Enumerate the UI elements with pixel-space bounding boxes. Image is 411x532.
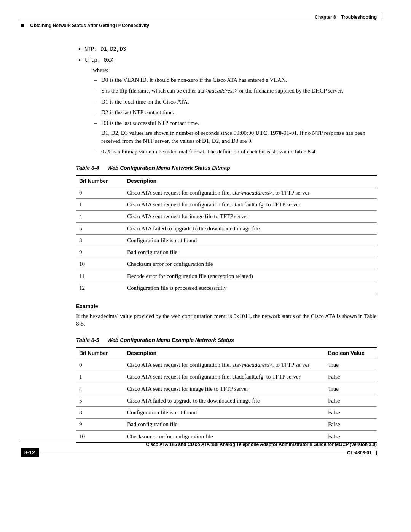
cell: Cisco ATA sent request for image file to… — [124, 211, 377, 222]
cell: Configuration file is not found — [124, 234, 377, 246]
list-item: D2 is the last NTP contact time. — [101, 109, 377, 116]
list-item: tftp: 0xX where: D0 is the VLAN ID. It s… — [84, 56, 377, 155]
table-row: 5Cisco ATA failed to upgrade to the down… — [76, 395, 377, 406]
list-item: 0xX is a bitmap value in hexadecimal for… — [101, 148, 377, 155]
cell: 1 — [76, 199, 124, 211]
list-item: S is the tftp filename, which can be eit… — [101, 87, 377, 94]
example-body: If the hexadecimal value provided by the… — [76, 312, 377, 328]
header-bar-icon — [381, 14, 381, 19]
table-row: 4Cisco ATA sent request for image file t… — [76, 211, 377, 222]
table-row: 5Cisco ATA failed to upgrade to the down… — [76, 222, 377, 234]
cell: 4 — [76, 383, 124, 395]
cell: 0 — [76, 359, 124, 371]
col-header: Boolean Value — [325, 347, 377, 359]
cell: 1 — [76, 371, 124, 383]
cell: 5 — [76, 222, 124, 234]
table-row: 9Bad configuration fileFalse — [76, 419, 377, 430]
cell: Cisco ATA sent request for image file to… — [124, 383, 325, 395]
note-text: D1, D2, D3 values are shown in number of… — [101, 129, 377, 145]
cell: True — [325, 383, 377, 395]
table-row: 0Cisco ATA sent request for configuratio… — [76, 187, 377, 198]
cell: 10 — [76, 258, 124, 270]
cell: 12 — [76, 282, 124, 294]
table-row: 10Checksum error for configuration fileF… — [76, 430, 377, 443]
footer-line — [41, 452, 377, 452]
cell: 9 — [76, 246, 124, 258]
cell: 11 — [76, 270, 124, 282]
table-row: 8Configuration file is not found — [76, 234, 377, 246]
example-heading: Example — [76, 303, 377, 310]
section-header: Obtaining Network Status After Getting I… — [21, 23, 149, 28]
sub-list: D0 is the VLAN ID. It should be non-zero… — [84, 76, 377, 155]
table-row: 0Cisco ATA sent request for configuratio… — [76, 359, 377, 371]
sub-text: D3 is the last successful NTP contact ti… — [101, 120, 199, 126]
cell: Bad configuration file — [124, 419, 325, 430]
table-title: Web Configuration Menu Network Status Bi… — [107, 165, 230, 171]
cell: 0 — [76, 187, 124, 198]
footer-page-wrap: 8-12 — [21, 448, 39, 457]
cell: 10 — [76, 430, 124, 443]
cell: 8 — [76, 234, 124, 246]
footer-rule — [21, 439, 377, 439]
vertical-bar-icon — [376, 451, 377, 455]
table-header-row: Bit Number Description — [76, 175, 377, 187]
col-header: Description — [124, 347, 325, 359]
cell: Cisco ATA sent request for configuration… — [124, 199, 377, 211]
table-header-row: Bit Number Description Boolean Value — [76, 347, 377, 359]
cell: Decode error for configuration file (enc… — [124, 270, 377, 282]
cell: Cisco ATA failed to upgrade to the downl… — [124, 222, 377, 234]
cell: Cisco ATA sent request for configuration… — [124, 359, 325, 371]
doc-id-text: OL-4803-01 — [347, 450, 372, 455]
cell: 4 — [76, 211, 124, 222]
code-text: NTP: D1,D2,D3 — [84, 46, 126, 52]
col-header: Bit Number — [76, 347, 124, 359]
table-row: 1Cisco ATA sent request for configuratio… — [76, 199, 377, 211]
cell: 9 — [76, 419, 124, 430]
list-item: NTP: D1,D2,D3 — [84, 45, 377, 53]
table-number: Table 8-5 — [76, 337, 99, 343]
cell: Checksum error for configuration file — [124, 430, 325, 443]
table-8-5: Bit Number Description Boolean Value 0Ci… — [76, 347, 377, 443]
cell: 8 — [76, 407, 124, 419]
table-row: 4Cisco ATA sent request for image file t… — [76, 383, 377, 395]
cell: Configuration file is processed successf… — [124, 282, 377, 294]
cell: Cisco ATA failed to upgrade to the downl… — [124, 395, 325, 406]
cell: Cisco ATA sent request for configuration… — [124, 371, 325, 383]
table-row: 1Cisco ATA sent request for configuratio… — [76, 371, 377, 383]
cell: True — [325, 359, 377, 371]
cell: 5 — [76, 395, 124, 406]
bullet-list: NTP: D1,D2,D3 tftp: 0xX where: D0 is the… — [76, 45, 377, 155]
cell: False — [325, 430, 377, 443]
cell: Checksum error for configuration file — [124, 258, 377, 270]
cell: Configuration file is not found — [124, 407, 325, 419]
chapter-label: Chapter 8 — [315, 14, 336, 20]
footer-book-title: Cisco ATA 186 and Cisco ATA 188 Analog T… — [21, 442, 377, 447]
where-label: where: — [93, 66, 377, 74]
table-row: 11Decode error for configuration file (e… — [76, 270, 377, 282]
list-item: D3 is the last successful NTP contact ti… — [101, 119, 377, 145]
table-caption: Table 8-5 Web Configuration Menu Example… — [76, 337, 377, 344]
table-row: 10Checksum error for configuration file — [76, 258, 377, 270]
list-item: D0 is the VLAN ID. It should be non-zero… — [101, 76, 377, 84]
running-header: Chapter 8 Troubleshooting — [21, 14, 377, 20]
table-row: 12Configuration file is processed succes… — [76, 282, 377, 294]
cell: False — [325, 407, 377, 419]
cell: False — [325, 371, 377, 383]
code-text: tftp: 0xX — [84, 57, 113, 63]
square-bullet-icon — [21, 24, 24, 27]
cell: Cisco ATA sent request for configuration… — [124, 187, 377, 198]
table-8-4: Bit Number Description 0Cisco ATA sent r… — [76, 175, 377, 294]
cell: Bad configuration file — [124, 246, 377, 258]
list-item: D1 is the local time on the Cisco ATA. — [101, 98, 377, 105]
cell: False — [325, 395, 377, 406]
table-row: 9Bad configuration file — [76, 246, 377, 258]
chapter-title: Troubleshooting — [341, 14, 377, 20]
page-number: 8-12 — [21, 448, 39, 457]
table-row: 8Configuration file is not foundFalse — [76, 407, 377, 419]
cell: False — [325, 419, 377, 430]
table-title: Web Configuration Menu Example Network S… — [107, 337, 234, 343]
table-number: Table 8-4 — [76, 165, 99, 171]
footer-doc-id: OL-4803-01 — [347, 450, 377, 455]
body-content: NTP: D1,D2,D3 tftp: 0xX where: D0 is the… — [76, 45, 377, 443]
header-rule — [21, 20, 377, 20]
